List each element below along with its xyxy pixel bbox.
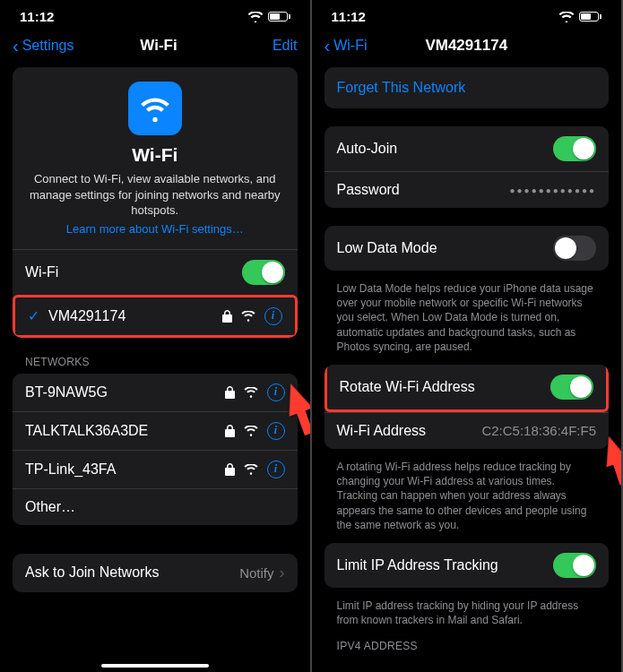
networks-list: BT-9NAW5G i TALKTALK36A3DE i TP-Link_43F… (13, 374, 298, 525)
page-title: VM4291174 (378, 37, 556, 55)
wifi-icon (244, 387, 258, 398)
password-value: ●●●●●●●●●●●● (510, 185, 596, 195)
network-name: TP-Link_43FA (25, 461, 225, 478)
wifi-toggle[interactable] (242, 260, 285, 285)
back-button[interactable]: ‹ Settings (13, 38, 74, 54)
wifi-settings-screen: 11:12 ‹ Settings Wi-Fi Edit Wi-Fi Connec… (0, 0, 312, 672)
home-indicator[interactable] (101, 664, 209, 668)
status-bar: 11:12 (0, 0, 310, 30)
status-bar: 11:12 (312, 0, 622, 30)
nav-bar: ‹ Settings Wi-Fi Edit (0, 30, 310, 67)
wifi-address-label: Wi-Fi Address (337, 423, 482, 439)
low-data-label: Low Data Mode (337, 240, 554, 256)
network-row[interactable]: TP-Link_43FA i (13, 450, 298, 488)
password-row[interactable]: Password ●●●●●●●●●●●● (324, 171, 610, 208)
wifi-feature-icon (128, 82, 182, 135)
low-data-toggle[interactable] (553, 236, 596, 261)
chevron-left-icon: ‹ (13, 39, 19, 53)
limit-tracking-toggle[interactable] (553, 553, 596, 578)
checkmark-icon: ✓ (28, 307, 39, 324)
ask-label: Ask to Join Networks (25, 564, 239, 581)
limit-tracking-description: Limit IP address tracking by hiding your… (324, 593, 610, 627)
networks-header: Networks (13, 356, 298, 374)
wifi-status-icon (248, 12, 263, 22)
feature-description: Connect to Wi-Fi, view available network… (27, 171, 283, 219)
wifi-icon (241, 311, 255, 322)
feature-title: Wi-Fi (27, 144, 283, 166)
ask-to-join-row[interactable]: Ask to Join Networks Notify › (13, 554, 298, 592)
chevron-right-icon: › (280, 564, 285, 582)
other-network-row[interactable]: Other… (13, 488, 298, 525)
limit-tracking-label: Limit IP Address Tracking (337, 557, 554, 573)
back-label: Settings (22, 38, 74, 54)
password-label: Password (337, 182, 510, 198)
info-icon[interactable]: i (267, 422, 285, 440)
lock-icon (225, 425, 235, 437)
ask-value: Notify (239, 565, 273, 581)
wifi-icon (244, 426, 258, 436)
battery-icon (268, 12, 290, 22)
network-detail-screen: 11:12 ‹ Wi-Fi VM4291174 Forget This Netw… (312, 0, 624, 672)
forget-network-button[interactable]: Forget This Network (324, 67, 610, 108)
other-label: Other… (25, 499, 285, 515)
network-row[interactable]: TALKTALK36A3DE i (13, 411, 298, 450)
rotate-address-toggle[interactable] (550, 375, 593, 400)
edit-button[interactable]: Edit (244, 38, 298, 54)
current-network-row[interactable]: ✓ VM4291174 i (13, 295, 298, 338)
status-indicators (559, 12, 601, 22)
network-row[interactable]: BT-9NAW5G i (13, 374, 298, 411)
lock-icon (225, 386, 235, 399)
chevron-left-icon: ‹ (324, 39, 331, 53)
status-time: 11:12 (332, 9, 366, 24)
wifi-feature-card: Wi-Fi Connect to Wi-Fi, view available n… (13, 67, 298, 338)
low-data-description: Low Data Mode helps reduce your iPhone d… (324, 276, 610, 354)
page-title: Wi-Fi (74, 37, 243, 55)
rotate-description: A rotating Wi-Fi address helps reduce tr… (324, 454, 610, 532)
learn-more-link[interactable]: Learn more about Wi-Fi settings… (66, 222, 244, 236)
ipv4-header: IPV4 ADDRESS (324, 640, 610, 658)
rotate-address-label: Rotate Wi-Fi Address (340, 379, 551, 395)
info-icon[interactable]: i (264, 307, 282, 325)
wifi-address-value: C2:C5:18:36:4F:F5 (481, 423, 596, 438)
nav-bar: ‹ Wi-Fi VM4291174 (312, 30, 622, 67)
auto-join-toggle[interactable] (553, 136, 596, 161)
current-network-name: VM4291174 (48, 308, 222, 324)
network-name: TALKTALK36A3DE (25, 423, 225, 439)
lock-icon (225, 463, 235, 476)
info-icon[interactable]: i (267, 461, 285, 478)
status-time: 11:12 (20, 9, 54, 24)
network-name: BT-9NAW5G (25, 384, 225, 401)
wifi-address-row: Wi-Fi Address C2:C5:18:36:4F:F5 (324, 412, 610, 449)
lock-icon (222, 310, 232, 323)
wifi-icon (244, 464, 258, 475)
battery-icon (579, 12, 601, 22)
auto-join-label: Auto-Join (337, 141, 554, 157)
status-indicators (248, 12, 290, 22)
wifi-status-icon (559, 12, 574, 22)
back-button[interactable]: ‹ Wi-Fi (324, 38, 378, 54)
back-label: Wi-Fi (333, 38, 367, 54)
wifi-toggle-label: Wi-Fi (25, 264, 242, 280)
